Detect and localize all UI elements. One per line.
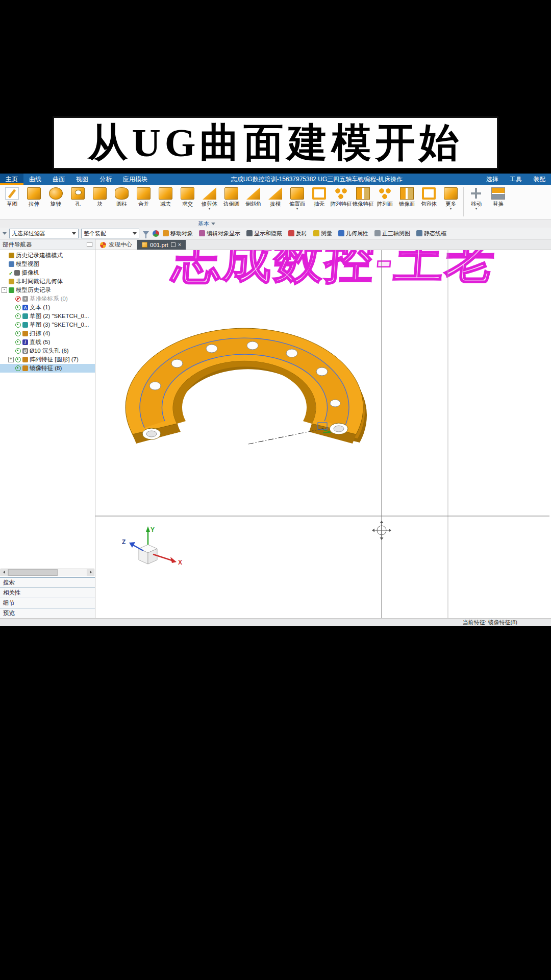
ribbon-tab-bar: 主页曲线曲面视图分析应用模块 志成UG数控培训-15637975382 UG三四… bbox=[0, 174, 551, 185]
ribbon-item-shell[interactable]: 抽壳 bbox=[308, 185, 330, 207]
filterbar-button-geometric-properties[interactable]: 几何属性 bbox=[337, 230, 369, 237]
visibility-toggle-icon[interactable] bbox=[15, 339, 21, 345]
ribbon-item-unite[interactable]: 合并 bbox=[133, 185, 155, 207]
ribbon-item-revolve[interactable]: 旋转 bbox=[45, 185, 67, 207]
filterbar-button-label: 正三轴测图 bbox=[382, 230, 410, 237]
ribbon-group-row: 基本 bbox=[0, 219, 551, 228]
ribbon-item-pattern-face[interactable]: 阵列面 bbox=[374, 185, 396, 207]
visibility-toggle-icon[interactable] bbox=[15, 322, 21, 328]
filterbar-button-trimetric-view[interactable]: 正三轴测图 bbox=[373, 230, 411, 237]
ribbon-item-more[interactable]: 更多▾ bbox=[440, 185, 462, 211]
ribbon-item-chamfer[interactable]: 倒斜角 bbox=[242, 185, 264, 207]
menu-tab-4[interactable]: 分析 bbox=[94, 174, 117, 185]
scope-select[interactable]: 整个装配 bbox=[81, 229, 139, 238]
visibility-toggle-icon[interactable] bbox=[15, 348, 21, 354]
ribbon-item-edge-blend[interactable]: 边倒圆 bbox=[220, 185, 242, 207]
scroll-right-icon[interactable] bbox=[87, 569, 94, 576]
menu-right-tab-0[interactable]: 选择 bbox=[481, 174, 504, 185]
filterbar-button-measure[interactable]: 测量 bbox=[312, 230, 333, 237]
close-icon[interactable] bbox=[178, 242, 181, 248]
block-icon bbox=[93, 187, 107, 200]
nav-section-dependencies[interactable]: 相关性 bbox=[0, 587, 95, 598]
ribbon-item-replace[interactable]: 替换 bbox=[487, 185, 509, 207]
offset-face-icon bbox=[290, 187, 304, 200]
visibility-toggle-icon[interactable] bbox=[15, 305, 21, 310]
tree-item-line-5[interactable]: /直线 (5) bbox=[0, 338, 95, 347]
ribbon-item-sketch[interactable]: 草图 bbox=[1, 185, 23, 207]
panel-float-icon[interactable] bbox=[87, 242, 92, 247]
tree-item-sketch-3[interactable]: 草图 (3) "SKETCH_0... bbox=[0, 321, 95, 329]
ribbon-item-pattern-feature[interactable]: 阵列特征 bbox=[330, 185, 352, 207]
nav-section-details[interactable]: 细节 bbox=[0, 598, 95, 608]
filterbar-button-label: 测量 bbox=[321, 230, 332, 237]
visibility-toggle-icon[interactable] bbox=[15, 365, 21, 371]
ribbon-item-hole[interactable]: 孔 bbox=[67, 185, 89, 207]
tree-expander-icon[interactable]: - bbox=[2, 287, 7, 293]
graphics-viewport[interactable]: 志成数控-土老 bbox=[95, 250, 551, 618]
visibility-toggle-icon[interactable] bbox=[15, 331, 21, 336]
menu-right-tab-2[interactable]: 装配 bbox=[528, 174, 551, 185]
ribbon-item-draft[interactable]: 拔模 bbox=[264, 185, 286, 207]
tree-item-counterbore-hole-6[interactable]: ØØ10 沉头孔 (6) bbox=[0, 347, 95, 355]
filterbar-button-move-object[interactable]: 移动对象 bbox=[162, 230, 194, 237]
ribbon-item-mirror-feature[interactable]: 镜像特征 bbox=[352, 185, 374, 207]
ribbon-item-offset-face[interactable]: 偏置面▾ bbox=[286, 185, 308, 211]
subtract-icon bbox=[159, 187, 172, 200]
menu-right-tab-1[interactable]: 工具 bbox=[504, 174, 528, 185]
visibility-toggle-icon[interactable] bbox=[15, 296, 21, 302]
tree-item-sweep-4[interactable]: 扫掠 (4) bbox=[0, 329, 95, 338]
ribbon-item-mirror-face[interactable]: 镜像面 bbox=[396, 185, 418, 207]
filterbar-button-edit-object-display[interactable]: 编辑对象显示 bbox=[198, 230, 241, 237]
nav-section-preview[interactable]: 预览 bbox=[0, 608, 95, 618]
tree-item-mirror-feature-8[interactable]: 镜像特征 (8) bbox=[0, 364, 95, 373]
type-filter-caret-icon[interactable] bbox=[3, 232, 7, 235]
filter-funnel-icon[interactable] bbox=[143, 231, 149, 235]
menu-tab-5[interactable]: 应用模块 bbox=[117, 174, 153, 185]
current-feature-status: 当前特征: 镜像特征(8) bbox=[462, 619, 517, 626]
dropdown-caret-icon: ▾ bbox=[198, 207, 220, 211]
tab-part-001[interactable]: 001.prt bbox=[137, 240, 186, 250]
tree-expander-icon[interactable]: + bbox=[8, 357, 14, 362]
tree-item-model-views[interactable]: 模型视图 bbox=[0, 260, 95, 268]
selection-filter-select[interactable]: 无选择过滤器 bbox=[9, 229, 79, 238]
tree-item-model-history[interactable]: -模型历史记录 bbox=[0, 286, 95, 295]
ribbon-item-block[interactable]: 块 bbox=[89, 185, 111, 207]
ribbon-item-intersect[interactable]: 求交 bbox=[177, 185, 198, 207]
scrollbar-track[interactable] bbox=[8, 569, 87, 576]
tree-item-cameras[interactable]: 摄像机 bbox=[0, 268, 95, 277]
tab-discover-center[interactable]: 发现中心 bbox=[95, 240, 137, 250]
scroll-left-icon[interactable] bbox=[1, 569, 8, 576]
ribbon-item-trim-body[interactable]: 修剪体▾ bbox=[198, 185, 220, 211]
filterbar-button-label: 反转 bbox=[296, 230, 307, 237]
ribbon-item-label: 拉伸 bbox=[23, 201, 45, 207]
ribbon-group-basic[interactable]: 基本 bbox=[198, 220, 215, 228]
menu-tab-1[interactable]: 曲线 bbox=[23, 174, 47, 185]
tree-item-sketch-2[interactable]: 草图 (2) "SKETCH_0... bbox=[0, 312, 95, 321]
menu-tab-0[interactable]: 主页 bbox=[0, 174, 23, 185]
ribbon-item-bounding-body[interactable]: 包容体 bbox=[418, 185, 440, 207]
model-horseshoe[interactable] bbox=[126, 328, 367, 444]
ribbon-item-subtract[interactable]: 减去 bbox=[155, 185, 177, 207]
tree-item-pattern-feature-7[interactable]: +阵列特征 [圆形] (7) bbox=[0, 355, 95, 364]
part-navigator-panel: 部件导航器 历史记录建模模式模型视图摄像机非时间戳记几何体-模型历史记录+基准坐… bbox=[0, 239, 95, 618]
scrollbar-thumb[interactable] bbox=[8, 569, 58, 576]
navigator-hscrollbar[interactable] bbox=[1, 569, 94, 576]
filterbar-button-static-wireframe[interactable]: 静态线框 bbox=[415, 230, 447, 237]
scene-canvas[interactable]: Y X Z bbox=[95, 250, 549, 618]
ribbon-item-move[interactable]: 移动▾ bbox=[465, 185, 487, 211]
visibility-toggle-icon[interactable] bbox=[15, 357, 21, 362]
ribbon-item-cylinder[interactable]: 圆柱 bbox=[111, 185, 133, 207]
filterbar-button-show-and-hide[interactable]: 显示和隐藏 bbox=[245, 230, 283, 237]
pattern-feature-7-icon bbox=[22, 357, 28, 362]
ribbon-item-extrude[interactable]: 拉伸 bbox=[23, 185, 45, 207]
tree-item-history-mode[interactable]: 历史记录建模模式 bbox=[0, 251, 95, 260]
tree-item-text-1[interactable]: A文本 (1) bbox=[0, 303, 95, 312]
filterbar-button-invert[interactable]: 反转 bbox=[287, 230, 308, 237]
nav-section-search[interactable]: 搜索 bbox=[0, 577, 95, 587]
visibility-toggle-icon[interactable] bbox=[15, 313, 21, 319]
color-pie-icon[interactable] bbox=[153, 230, 159, 237]
tree-item-non-timestamp-geometry[interactable]: 非时间戳记几何体 bbox=[0, 277, 95, 286]
tree-item-datum-csys-0[interactable]: +基准坐标系 (0) bbox=[0, 295, 95, 303]
menu-tab-3[interactable]: 视图 bbox=[70, 174, 94, 185]
menu-tab-2[interactable]: 曲面 bbox=[47, 174, 70, 185]
